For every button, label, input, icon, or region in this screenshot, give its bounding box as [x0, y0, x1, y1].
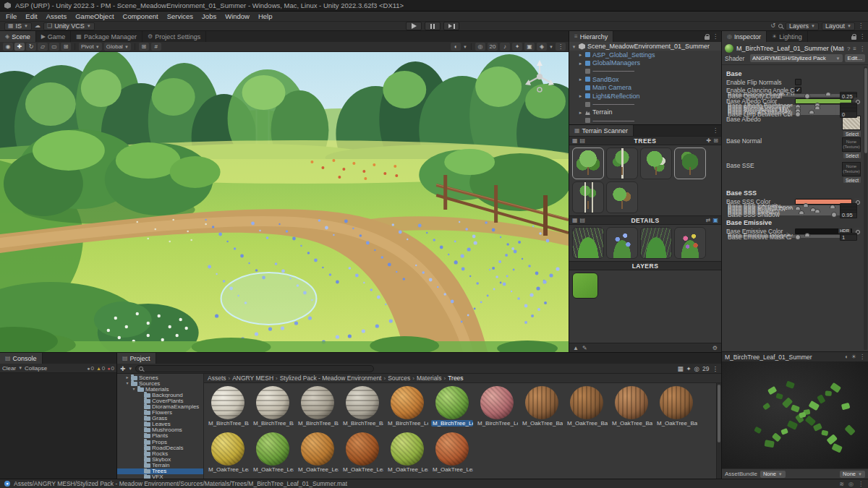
more-icon[interactable]: ⋮	[859, 33, 865, 40]
folder-grass[interactable]: Grass	[117, 416, 203, 421]
breadcrumb-assets[interactable]: Assets	[208, 374, 226, 382]
shading-mode-icon[interactable]: ◐	[451, 43, 461, 51]
list-view-icon[interactable]: ▤	[580, 137, 586, 144]
more-icon[interactable]: ⋮	[712, 365, 719, 372]
asset-m-birchtree-bar-4[interactable]: M_BirchTree_Bar...	[340, 385, 385, 431]
scanner-settings-icon[interactable]: ⚙	[712, 345, 718, 351]
info-count-badge[interactable]: ●0	[87, 365, 94, 372]
assetbundle-variant-dropdown[interactable]: None ▼	[840, 471, 865, 478]
folder-arrow-icon[interactable]: ▾	[132, 387, 136, 391]
more-icon[interactable]: ⋮	[859, 46, 865, 52]
more-icon[interactable]: ⋮	[859, 354, 865, 360]
folder-background[interactable]: Background	[117, 392, 203, 398]
add-icon[interactable]: ✚	[707, 137, 712, 144]
asset-m-oaktree-bark-10[interactable]: M_OakTree_Bark...	[609, 385, 654, 431]
folder-plants[interactable]: Plants	[117, 433, 203, 439]
slider-handle[interactable]	[831, 212, 837, 218]
menu-item-help[interactable]: Help	[254, 12, 277, 21]
scale-tool-icon[interactable]: ▱	[38, 43, 48, 51]
tab-project-settings[interactable]: ⚙Project Settings	[142, 31, 206, 42]
tree-thumbnail-1[interactable]	[572, 147, 604, 179]
asset-m-birchtree-bar-2[interactable]: M_BirchTree_Bar...	[250, 385, 295, 431]
folder-scenes[interactable]: ▸Scenes	[117, 374, 203, 380]
chevron-down-icon[interactable]: ▼	[18, 366, 22, 370]
asset-m-oaktree-lea-13[interactable]: M_OakTree_Lea...	[250, 431, 295, 477]
presets-icon[interactable]: ≡	[853, 46, 856, 52]
texture-thumbnail[interactable]: None(Texture)	[842, 137, 861, 152]
undo-history-icon[interactable]: ↺	[770, 23, 775, 29]
tab-game[interactable]: ▶Game	[36, 31, 72, 42]
material-preview-canvas[interactable]	[722, 361, 868, 468]
slider-handle[interactable]	[804, 93, 810, 99]
checkbox[interactable]	[795, 79, 801, 85]
hidden-packages-icon[interactable]: ◎	[694, 365, 699, 372]
version-control-button[interactable]: ❑ Unity VCS ▼	[43, 22, 95, 30]
folder-arrow-icon[interactable]: ▸	[125, 375, 129, 380]
folder-terrain[interactable]: Terrain	[117, 462, 203, 468]
expand-arrow-icon[interactable]: ▸	[578, 93, 583, 98]
hierarchy-item-separator[interactable]: -----------------------------	[569, 67, 721, 75]
texture-field[interactable]: None(Texture)Select	[842, 137, 861, 158]
tree-thumbnail-6[interactable]	[606, 181, 638, 213]
rotate-tool-icon[interactable]: ↻	[26, 43, 36, 51]
layer-thumbnail-1[interactable]	[572, 273, 598, 299]
layout-dropdown[interactable]: Layout ▼	[822, 22, 855, 30]
scene-root-row[interactable]: ▾ Scene_MeadowEnvironment_01_Summer	[569, 42, 721, 51]
slider-handle[interactable]	[795, 111, 801, 117]
preview-mesh-icon[interactable]: ◐	[845, 354, 848, 360]
asset-m-oaktree-bark-11[interactable]: M_OakTree_Bark...	[654, 385, 699, 431]
expand-arrow-icon[interactable]: ▸	[578, 52, 583, 57]
asset-m-oaktree-lea-15[interactable]: M_OakTree_Lea...	[340, 431, 385, 477]
slider[interactable]	[798, 114, 836, 115]
tab-console[interactable]: ▤ Console	[0, 353, 43, 364]
more-icon[interactable]: ⋮	[556, 43, 566, 51]
breadcrumb-stylized-pack-meadow-environment[interactable]: Stylized Pack - Meadow Environment	[280, 374, 382, 382]
value-field[interactable]: 0	[840, 111, 857, 118]
slider[interactable]	[798, 236, 836, 238]
inspector-scrollbar[interactable]	[864, 67, 867, 350]
view-tool-icon[interactable]: ◉	[3, 43, 13, 51]
edit-shader-button[interactable]: Edit...	[845, 54, 865, 62]
texture-field[interactable]: None(Texture)Select	[842, 162, 861, 183]
warning-count-badge[interactable]: ▲0	[96, 365, 105, 372]
activity-icon[interactable]: ≋	[839, 481, 844, 487]
chevron-down-icon[interactable]: ▼	[549, 45, 553, 49]
menu-item-component[interactable]: Component	[119, 12, 163, 21]
select-button[interactable]: Select	[843, 177, 861, 183]
hierarchy-item-asp-global-settings[interactable]: ▸ASP_Global_Settings	[569, 51, 721, 59]
breadcrumb-trees[interactable]: Trees	[448, 374, 463, 382]
pause-button[interactable]	[425, 22, 441, 30]
select-button[interactable]: Select	[843, 153, 861, 158]
folder-dioramaexamples[interactable]: DioramaExamples	[117, 403, 203, 409]
tab-inspector[interactable]: ◎Inspector	[722, 31, 767, 42]
scene-audio-icon[interactable]: ♪	[500, 43, 510, 51]
fov-value[interactable]: 20	[488, 43, 498, 51]
menu-item-jobs[interactable]: Jobs	[197, 12, 221, 21]
hierarchy-item-separator[interactable]: -----------------------------	[569, 100, 721, 108]
asset-m-birchtree-lea-7[interactable]: M_BirchTree_Lea...	[475, 385, 519, 431]
hierarchy-item-terrain[interactable]: ▸Terrain	[569, 108, 721, 116]
menu-item-edit[interactable]: Edit	[21, 12, 41, 21]
shader-dropdown[interactable]: ANGRYMESH/Stylized Pack ▼	[750, 54, 843, 62]
hierarchy-item-main-camera[interactable]: Main Camera	[569, 84, 721, 92]
hierarchy-item-globalmanagers[interactable]: ▸GlobalManagers	[569, 59, 721, 67]
tab-package-manager[interactable]: ▦Package Manager	[71, 31, 142, 42]
texture-thumbnail[interactable]: None(Texture)	[842, 162, 861, 176]
chevron-down-icon[interactable]: ▼	[463, 45, 467, 49]
menu-item-window[interactable]: Window	[221, 12, 254, 21]
slider[interactable]	[798, 214, 836, 215]
more-icon[interactable]: ⋮	[712, 33, 718, 40]
list-view-icon[interactable]: ▤	[580, 217, 586, 223]
transform-tool-icon[interactable]: ⊞	[61, 43, 71, 51]
tab-scene[interactable]: ◈Scene	[0, 31, 36, 42]
error-count-badge[interactable]: ●0	[107, 365, 114, 372]
asset-m-birchtree-lea-6[interactable]: M_BirchTree_Lea...	[430, 385, 475, 431]
create-asset-button[interactable]: ✚	[120, 365, 125, 372]
scene-camera-icon[interactable]: ▣	[524, 43, 535, 51]
grid-view-icon[interactable]: ▦	[572, 137, 578, 144]
asset-m-oaktree-bark-8[interactable]: M_OakTree_Bark...	[519, 385, 564, 431]
grid-snap-icon[interactable]: ⊞	[139, 43, 149, 51]
asset-m-oaktree-lea-14[interactable]: M_OakTree_Lea...	[295, 431, 340, 477]
scrollbar-thumb[interactable]	[864, 68, 867, 153]
project-scrollbar[interactable]	[716, 383, 721, 479]
